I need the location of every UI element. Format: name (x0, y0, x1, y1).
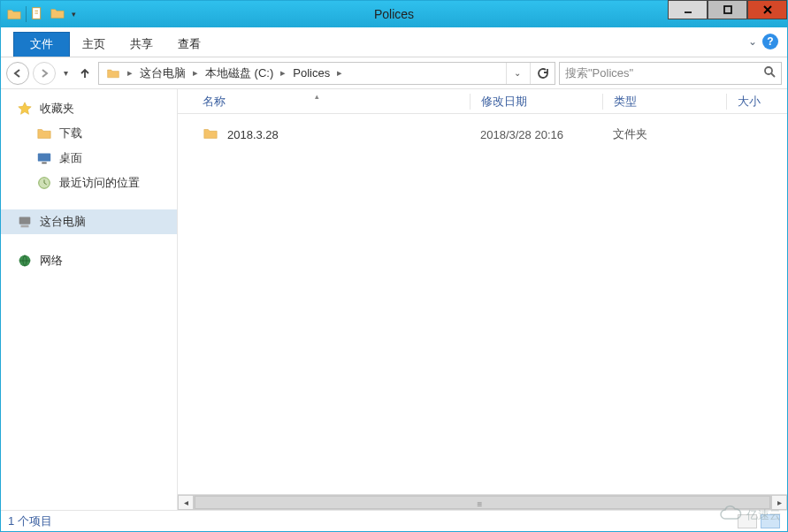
tree-downloads[interactable]: 下载 (1, 121, 177, 146)
svg-rect-1 (724, 6, 731, 13)
navigation-tree: 收藏夹 下载 桌面 最近访问的位置 这台电脑 网络 (1, 89, 178, 510)
svg-point-2 (765, 67, 772, 74)
search-placeholder: 搜索"Polices" (565, 65, 633, 81)
help-icon[interactable]: ? (762, 34, 778, 49)
breadcrumb-root-icon[interactable] (103, 66, 124, 80)
file-name: 2018.3.28 (227, 128, 279, 141)
column-size[interactable]: 大小 (726, 94, 787, 110)
view-icons-button[interactable] (761, 514, 780, 528)
svg-rect-4 (42, 163, 46, 164)
breadcrumb-drive[interactable]: 本地磁盘 (C:) (202, 65, 277, 81)
tree-label: 这台电脑 (40, 214, 86, 230)
column-headers: 名称▴ 修改日期 类型 大小 (178, 89, 787, 114)
monitor-icon (36, 150, 52, 166)
forward-button[interactable] (33, 62, 56, 85)
network-icon (17, 253, 33, 269)
maximize-button[interactable] (708, 0, 747, 19)
back-button[interactable] (6, 62, 29, 85)
up-button[interactable] (75, 64, 95, 83)
search-box[interactable]: 搜索"Polices" (559, 62, 782, 85)
tree-label: 下载 (59, 125, 82, 141)
column-date[interactable]: 修改日期 (470, 94, 602, 110)
refresh-button[interactable] (530, 63, 555, 84)
tree-thispc[interactable]: 这台电脑 (1, 209, 177, 234)
breadcrumb-thispc[interactable]: 这台电脑 (136, 65, 189, 81)
svg-rect-3 (38, 154, 50, 162)
address-bar[interactable]: ▸ 这台电脑 ▸ 本地磁盘 (C:) ▸ Polices ▸ ⌄ (98, 62, 555, 85)
app-folder-icon (6, 6, 22, 22)
file-date: 2018/3/28 20:16 (470, 128, 602, 141)
column-type[interactable]: 类型 (602, 94, 726, 110)
tree-label: 收藏夹 (40, 101, 74, 117)
titlebar: ▾ Polices (1, 1, 787, 27)
svg-rect-7 (21, 225, 29, 228)
history-dropdown-icon[interactable]: ▾ (59, 68, 72, 78)
file-list: 2018.3.28 2018/3/28 20:16 文件夹 (178, 114, 787, 494)
qat-properties-icon[interactable] (30, 5, 46, 24)
search-icon[interactable] (763, 65, 776, 80)
scroll-track[interactable]: ≡ (194, 495, 771, 510)
ribbon: 文件 主页 共享 查看 ⌄ ? (1, 27, 787, 57)
computer-icon (17, 214, 33, 230)
chevron-right-icon[interactable]: ▸ (191, 67, 200, 79)
folder-icon (203, 125, 218, 144)
file-tab[interactable]: 文件 (13, 32, 70, 57)
tree-network[interactable]: 网络 (1, 248, 177, 273)
tree-recent[interactable]: 最近访问的位置 (1, 171, 177, 195)
close-button[interactable] (747, 0, 787, 19)
item-count: 1 个项目 (8, 513, 52, 529)
separator (26, 6, 27, 22)
column-name[interactable]: 名称▴ (178, 94, 470, 110)
tree-label: 桌面 (59, 150, 82, 166)
tree-label: 最近访问的位置 (59, 175, 140, 191)
tree-label: 网络 (40, 253, 63, 269)
scroll-thumb[interactable]: ≡ (195, 496, 770, 509)
status-bar: 1 个项目 (1, 510, 787, 531)
tree-desktop[interactable]: 桌面 (1, 146, 177, 171)
minimize-button[interactable] (668, 0, 708, 19)
qat-dropdown-icon[interactable]: ▾ (69, 10, 78, 19)
address-dropdown-icon[interactable]: ⌄ (506, 63, 528, 84)
navbar: ▾ ▸ 这台电脑 ▸ 本地磁盘 (C:) ▸ Polices ▸ ⌄ 搜索"Po… (1, 57, 787, 89)
chevron-right-icon[interactable]: ▸ (279, 67, 287, 79)
tab-share[interactable]: 共享 (118, 32, 165, 57)
tree-favorites[interactable]: 收藏夹 (1, 96, 177, 121)
chevron-right-icon[interactable]: ▸ (126, 67, 134, 79)
file-type: 文件夹 (602, 126, 726, 142)
list-item[interactable]: 2018.3.28 2018/3/28 20:16 文件夹 (178, 123, 787, 146)
scroll-right-button[interactable]: ▸ (771, 495, 787, 510)
svg-rect-6 (19, 217, 31, 224)
folder-icon (36, 125, 52, 141)
sort-indicator-icon: ▴ (315, 92, 319, 101)
star-icon (17, 101, 33, 117)
scroll-left-button[interactable]: ◂ (178, 495, 194, 510)
tab-view[interactable]: 查看 (165, 32, 213, 57)
qat-newfolder-icon[interactable] (50, 5, 65, 24)
view-details-button[interactable] (738, 514, 757, 528)
breadcrumb-folder[interactable]: Polices (289, 66, 333, 80)
chevron-right-icon[interactable]: ▸ (335, 67, 344, 79)
horizontal-scrollbar[interactable]: ◂ ≡ ▸ (178, 494, 787, 510)
recent-icon (36, 175, 52, 191)
ribbon-collapse-icon[interactable]: ⌄ (748, 35, 757, 48)
tab-home[interactable]: 主页 (70, 32, 118, 57)
